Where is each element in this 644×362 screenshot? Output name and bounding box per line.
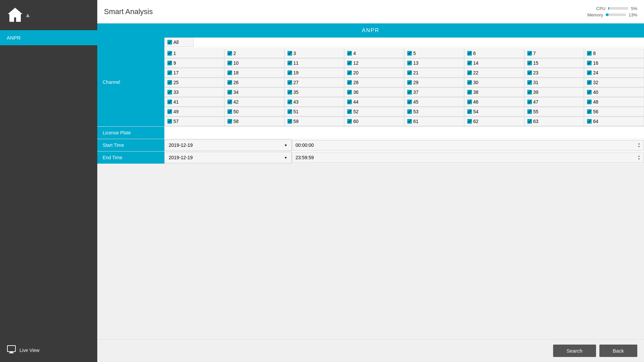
- checkbox-channel-57[interactable]: 57: [164, 117, 224, 126]
- checkbox-input-23[interactable]: [527, 70, 532, 75]
- checkbox-input-38[interactable]: [467, 90, 472, 95]
- checkbox-input-27[interactable]: [287, 80, 292, 85]
- checkbox-input-31[interactable]: [527, 80, 532, 85]
- checkbox-channel-64[interactable]: 64: [584, 117, 644, 126]
- checkbox-channel-33[interactable]: 33: [164, 87, 224, 97]
- checkbox-channel-25[interactable]: 25: [164, 78, 224, 87]
- checkbox-input-7[interactable]: [527, 51, 532, 56]
- checkbox-input-55[interactable]: [527, 109, 532, 114]
- checkbox-input-53[interactable]: [407, 109, 412, 114]
- checkbox-channel-10[interactable]: 10: [224, 58, 284, 68]
- checkbox-channel-34[interactable]: 34: [224, 87, 284, 97]
- checkbox-channel-55[interactable]: 55: [524, 107, 584, 116]
- checkbox-channel-17[interactable]: 17: [164, 68, 224, 77]
- checkbox-input-62[interactable]: [467, 119, 472, 124]
- start-time-up-arrow[interactable]: ▲: [638, 142, 640, 145]
- checkbox-channel-51[interactable]: 51: [284, 107, 344, 116]
- checkbox-channel-9[interactable]: 9: [164, 58, 224, 68]
- checkbox-input-40[interactable]: [587, 90, 592, 95]
- checkbox-all-input[interactable]: [167, 40, 172, 45]
- checkbox-input-46[interactable]: [467, 100, 472, 104]
- checkbox-input-29[interactable]: [407, 80, 412, 85]
- checkbox-input-36[interactable]: [347, 90, 352, 95]
- checkbox-input-34[interactable]: [227, 90, 232, 95]
- checkbox-channel-24[interactable]: 24: [584, 68, 644, 77]
- checkbox-input-3[interactable]: [287, 51, 292, 56]
- checkbox-input-26[interactable]: [227, 80, 232, 85]
- checkbox-input-33[interactable]: [167, 90, 172, 95]
- checkbox-channel-5[interactable]: 5: [404, 49, 464, 58]
- live-view-button[interactable]: Live View: [0, 338, 97, 362]
- checkbox-channel-3[interactable]: 3: [284, 49, 344, 58]
- checkbox-channel-15[interactable]: 15: [524, 58, 584, 68]
- checkbox-channel-30[interactable]: 30: [464, 78, 524, 87]
- checkbox-input-30[interactable]: [467, 80, 472, 85]
- checkbox-channel-29[interactable]: 29: [404, 78, 464, 87]
- end-time-down-arrow[interactable]: ▼: [638, 158, 640, 161]
- checkbox-input-5[interactable]: [407, 51, 412, 56]
- checkbox-channel-27[interactable]: 27: [284, 78, 344, 87]
- checkbox-channel-18[interactable]: 18: [224, 68, 284, 77]
- checkbox-input-58[interactable]: [227, 119, 232, 124]
- start-date-dropdown-icon[interactable]: ▼: [284, 143, 287, 147]
- checkbox-input-28[interactable]: [347, 80, 352, 85]
- checkbox-channel-61[interactable]: 61: [404, 117, 464, 126]
- checkbox-channel-36[interactable]: 36: [344, 87, 404, 97]
- checkbox-channel-41[interactable]: 41: [164, 97, 224, 107]
- checkbox-channel-43[interactable]: 43: [284, 97, 344, 107]
- checkbox-channel-56[interactable]: 56: [584, 107, 644, 116]
- checkbox-input-54[interactable]: [467, 109, 472, 114]
- checkbox-input-50[interactable]: [227, 109, 232, 114]
- checkbox-input-35[interactable]: [287, 90, 292, 95]
- checkbox-input-45[interactable]: [407, 100, 412, 104]
- checkbox-channel-28[interactable]: 28: [344, 78, 404, 87]
- checkbox-channel-44[interactable]: 44: [344, 97, 404, 107]
- checkbox-input-2[interactable]: [227, 51, 232, 56]
- checkbox-channel-26[interactable]: 26: [224, 78, 284, 87]
- checkbox-input-37[interactable]: [407, 90, 412, 95]
- checkbox-input-48[interactable]: [587, 100, 592, 104]
- checkbox-input-13[interactable]: [407, 61, 412, 65]
- checkbox-channel-63[interactable]: 63: [524, 117, 584, 126]
- end-time-up-arrow[interactable]: ▲: [638, 155, 640, 158]
- checkbox-input-49[interactable]: [167, 109, 172, 114]
- checkbox-all[interactable]: All: [164, 38, 194, 47]
- checkbox-input-57[interactable]: [167, 119, 172, 124]
- checkbox-input-39[interactable]: [527, 90, 532, 95]
- checkbox-input-9[interactable]: [167, 61, 172, 65]
- checkbox-input-8[interactable]: [587, 51, 592, 56]
- checkbox-channel-50[interactable]: 50: [224, 107, 284, 116]
- checkbox-channel-8[interactable]: 8: [584, 49, 644, 58]
- checkbox-channel-32[interactable]: 32: [584, 78, 644, 87]
- checkbox-input-59[interactable]: [287, 119, 292, 124]
- start-date-select[interactable]: 2019-12-19 ▼: [164, 139, 292, 151]
- checkbox-channel-60[interactable]: 60: [344, 117, 404, 126]
- checkbox-channel-53[interactable]: 53: [404, 107, 464, 116]
- checkbox-channel-20[interactable]: 20: [344, 68, 404, 77]
- checkbox-input-47[interactable]: [527, 100, 532, 104]
- checkbox-channel-46[interactable]: 46: [464, 97, 524, 107]
- checkbox-channel-45[interactable]: 45: [404, 97, 464, 107]
- checkbox-channel-22[interactable]: 22: [464, 68, 524, 77]
- checkbox-input-11[interactable]: [287, 61, 292, 65]
- checkbox-channel-52[interactable]: 52: [344, 107, 404, 116]
- checkbox-channel-16[interactable]: 16: [584, 58, 644, 68]
- start-time-down-arrow[interactable]: ▼: [638, 145, 640, 148]
- checkbox-input-21[interactable]: [407, 70, 412, 75]
- checkbox-channel-39[interactable]: 39: [524, 87, 584, 97]
- end-date-dropdown-icon[interactable]: ▼: [284, 156, 287, 160]
- checkbox-channel-42[interactable]: 42: [224, 97, 284, 107]
- checkbox-channel-59[interactable]: 59: [284, 117, 344, 126]
- checkbox-input-15[interactable]: [527, 61, 532, 65]
- search-button[interactable]: Search: [553, 345, 596, 357]
- back-button[interactable]: Back: [599, 345, 637, 357]
- checkbox-channel-6[interactable]: 6: [464, 49, 524, 58]
- checkbox-channel-49[interactable]: 49: [164, 107, 224, 116]
- checkbox-input-14[interactable]: [467, 61, 472, 65]
- checkbox-input-63[interactable]: [527, 119, 532, 124]
- checkbox-channel-48[interactable]: 48: [584, 97, 644, 107]
- checkbox-channel-7[interactable]: 7: [524, 49, 584, 58]
- checkbox-input-18[interactable]: [227, 70, 232, 75]
- sidebar-item-anpr[interactable]: ANPR: [0, 30, 97, 45]
- checkbox-channel-19[interactable]: 19: [284, 68, 344, 77]
